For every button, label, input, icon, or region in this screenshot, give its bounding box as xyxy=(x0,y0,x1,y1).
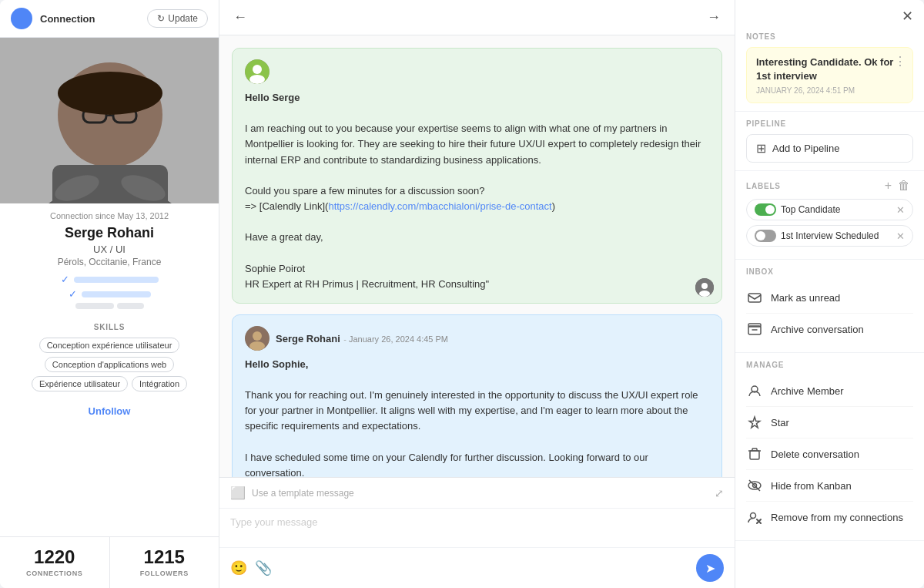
mark-unread-item[interactable]: Mark as unread xyxy=(746,282,913,314)
stat-followers: 1215 FOLLOWERS xyxy=(110,537,219,588)
connection-since: Connection since May 13, 2012 xyxy=(11,211,208,220)
chat-header: ← → xyxy=(219,0,735,35)
note-menu-icon[interactable]: ⋮ xyxy=(894,54,906,69)
svg-point-11 xyxy=(253,65,262,74)
inbox-title: INBOX xyxy=(746,267,913,276)
compose-footer: 🙂 📎 ➤ xyxy=(219,547,735,588)
forward-button[interactable]: → xyxy=(704,8,724,27)
message-incoming: Serge Rohani - January 26, 2024 4:45 PM … xyxy=(232,314,722,477)
manage-title: MANAGE xyxy=(746,361,913,369)
profile-name: Serge Rohani xyxy=(11,225,208,241)
stat-connections: 1220 CONNECTIONS xyxy=(0,537,110,588)
profile-location: Pérols, Occitanie, France xyxy=(11,257,208,267)
svg-rect-21 xyxy=(748,324,761,327)
avatar xyxy=(11,8,32,29)
update-button[interactable]: ↻ Update xyxy=(147,9,208,28)
pipeline-title: PIPELINE xyxy=(746,119,913,128)
label-toggle-1[interactable] xyxy=(755,203,776,216)
add-label-button[interactable]: + xyxy=(882,179,895,193)
skills-tags: Conception expérience utilisateur Concep… xyxy=(11,338,208,391)
mark-unread-icon xyxy=(746,289,763,306)
skills-label: SKILLS xyxy=(11,323,208,331)
right-panel: ✕ NOTES Interesting Candidate. Ok for 1s… xyxy=(735,0,924,588)
left-header: Connection ↻ Update xyxy=(0,0,219,38)
profile-link-2: ✓ xyxy=(11,288,208,300)
label-close-1[interactable]: ✕ xyxy=(896,204,905,216)
profile-info: Connection since May 13, 2012 Serge Roha… xyxy=(0,203,219,323)
send-button[interactable]: ➤ xyxy=(696,554,724,582)
notes-title: NOTES xyxy=(746,32,913,41)
template-placeholder[interactable]: Use a template message xyxy=(252,488,354,499)
connections-label: CONNECTIONS xyxy=(8,570,102,577)
check-icon-2: ✓ xyxy=(69,288,77,300)
remove-connections-item[interactable]: Remove from my connections xyxy=(746,502,913,533)
archive-icon xyxy=(746,321,763,338)
label-name-1: Top Candidate xyxy=(781,204,892,215)
svg-point-15 xyxy=(699,291,710,297)
skills-section: SKILLS Conception expérience utilisateur… xyxy=(0,323,219,398)
connection-label: Connection xyxy=(40,13,139,25)
notes-section: NOTES Interesting Candidate. Ok for 1st … xyxy=(735,25,924,112)
note-date: JANUARY 26, 2024 4:51 PM xyxy=(756,86,903,95)
back-button[interactable]: ← xyxy=(230,8,250,27)
delete-conversation-item[interactable]: Delete conversation xyxy=(746,438,913,470)
star-item[interactable]: Star xyxy=(746,407,913,438)
unfollow-button[interactable]: Unfollow xyxy=(89,405,131,417)
send-icon: ➤ xyxy=(705,561,715,576)
template-row: ⬜ Use a template message ⤢ xyxy=(219,478,735,509)
attach-button[interactable]: 📎 xyxy=(255,559,272,576)
remove-connections-icon xyxy=(746,509,763,526)
delete-label-button[interactable]: 🗑 xyxy=(895,179,913,193)
check-icon: ✓ xyxy=(61,274,69,285)
left-panel: Connection ↻ Update xyxy=(0,0,219,588)
labels-section: LABELS + 🗑 Top Candidate ✕ 1st Interview… xyxy=(735,171,924,260)
archive-member-label: Archive Member xyxy=(771,385,844,397)
type-placeholder: Type your message xyxy=(230,516,724,528)
recipient-avatar xyxy=(245,326,270,351)
followers-number: 1215 xyxy=(118,548,212,566)
profile-photo xyxy=(0,38,219,203)
template-icon: ⬜ xyxy=(230,486,246,500)
svg-point-17 xyxy=(253,331,262,341)
sender-avatar xyxy=(245,59,270,84)
profile-link-1: ✓ xyxy=(11,274,208,285)
expand-icon[interactable]: ⤢ xyxy=(715,487,724,499)
skill-tag: Conception d'applications web xyxy=(45,357,174,372)
add-to-pipeline-button[interactable]: ⊞ Add to Pipeline xyxy=(746,134,913,163)
hide-kanban-item[interactable]: Hide from Kanban xyxy=(746,470,913,502)
compose-area: ⬜ Use a template message ⤢ Type your mes… xyxy=(219,477,735,588)
inbox-section: INBOX Mark as unread xyxy=(735,260,924,353)
skill-tag: Intégration xyxy=(132,376,187,391)
unfollow-row: Unfollow xyxy=(0,398,219,424)
svg-point-12 xyxy=(249,75,265,84)
skill-tag: Expérience utilisateur xyxy=(32,376,128,391)
profile-extra xyxy=(11,303,208,309)
followers-label: FOLLOWERS xyxy=(118,570,212,577)
close-button[interactable]: ✕ xyxy=(902,8,913,25)
archive-member-icon xyxy=(746,382,763,399)
hide-kanban-label: Hide from Kanban xyxy=(771,480,852,492)
chat-panel: ← → Hello Serge I am r xyxy=(219,0,735,588)
message-body-1: Hello Serge I am reaching out to you bec… xyxy=(245,90,709,292)
manage-section: MANAGE Archive Member Star xyxy=(735,353,924,541)
message-input-area[interactable]: Type your message xyxy=(219,509,735,547)
skill-tag: Conception expérience utilisateur xyxy=(39,338,180,353)
stats-row: 1220 CONNECTIONS 1215 FOLLOWERS xyxy=(0,536,219,588)
hide-icon xyxy=(746,477,763,494)
message-outgoing: Hello Serge I am reaching out to you bec… xyxy=(232,48,722,304)
label-toggle-2[interactable] xyxy=(755,230,776,242)
archive-conversation-item[interactable]: Archive conversation xyxy=(746,314,913,344)
labels-header: LABELS + 🗑 xyxy=(746,179,913,193)
note-text: Interesting Candidate. Ok for 1st interv… xyxy=(756,55,903,83)
label-close-2[interactable]: ✕ xyxy=(896,230,905,242)
svg-point-14 xyxy=(701,283,708,289)
close-row: ✕ xyxy=(735,0,924,25)
pipeline-section: PIPELINE ⊞ Add to Pipeline xyxy=(735,112,924,171)
message-body-2: Hello Sophie, Thank you for reaching out… xyxy=(245,357,709,477)
emoji-button[interactable]: 🙂 xyxy=(230,559,247,576)
label-chip-top-candidate: Top Candidate ✕ xyxy=(746,199,913,220)
svg-point-18 xyxy=(249,341,265,351)
note-card: Interesting Candidate. Ok for 1st interv… xyxy=(746,47,913,103)
archive-member-item[interactable]: Archive Member xyxy=(746,375,913,407)
delete-icon xyxy=(746,445,763,462)
